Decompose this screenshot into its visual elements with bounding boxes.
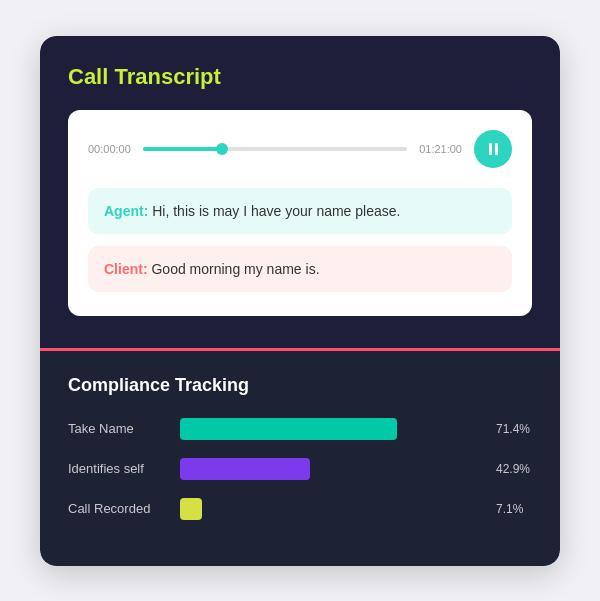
bar-value-take-name: 71.4% <box>496 422 532 436</box>
client-label: Client: <box>104 261 151 277</box>
bar-fill-take-name <box>180 418 397 440</box>
bar-value-identifies-self: 42.9% <box>496 462 532 476</box>
compliance-title: Compliance Tracking <box>68 375 532 396</box>
client-text: Good morning my name is. <box>151 261 319 277</box>
bar-label-take-name: Take Name <box>68 421 168 436</box>
agent-label: Agent: <box>104 203 152 219</box>
pause-icon <box>489 143 498 155</box>
progress-track[interactable] <box>143 147 407 151</box>
transcript-title: Call Transcript <box>68 64 532 90</box>
pause-button[interactable] <box>474 130 512 168</box>
client-message: Client: Good morning my name is. <box>88 246 512 292</box>
agent-text: Hi, this is may I have your name please. <box>152 203 400 219</box>
bar-row-call-recorded: Call Recorded 7.1% <box>68 498 532 520</box>
time-end: 01:21:00 <box>419 143 462 155</box>
time-start: 00:00:00 <box>88 143 131 155</box>
transcript-title-highlight: Transcript <box>114 64 220 89</box>
bar-track-identifies-self <box>180 458 484 480</box>
bar-row-take-name: Take Name 71.4% <box>68 418 532 440</box>
audio-player: 00:00:00 01:21:00 <box>88 130 512 168</box>
agent-message: Agent: Hi, this is may I have your name … <box>88 188 512 234</box>
bar-value-call-recorded: 7.1% <box>496 502 532 516</box>
bar-track-take-name <box>180 418 484 440</box>
transcript-title-plain: Call <box>68 64 114 89</box>
bar-track-call-recorded <box>180 498 484 520</box>
compliance-card: Compliance Tracking Take Name 71.4% Iden… <box>40 348 560 566</box>
bar-row-identifies-self: Identifies self 42.9% <box>68 458 532 480</box>
transcript-inner: 00:00:00 01:21:00 Agent: Hi, this is may… <box>68 110 532 316</box>
progress-fill <box>143 147 222 151</box>
pause-bar-right <box>495 143 498 155</box>
pause-bar-left <box>489 143 492 155</box>
bar-fill-identifies-self <box>180 458 310 480</box>
bar-label-identifies-self: Identifies self <box>68 461 168 476</box>
progress-thumb[interactable] <box>216 143 228 155</box>
bar-label-call-recorded: Call Recorded <box>68 501 168 516</box>
main-container: Call Transcript 00:00:00 01:21:00 <box>40 36 560 566</box>
bar-fill-call-recorded <box>180 498 202 520</box>
transcript-card: Call Transcript 00:00:00 01:21:00 <box>40 36 560 348</box>
